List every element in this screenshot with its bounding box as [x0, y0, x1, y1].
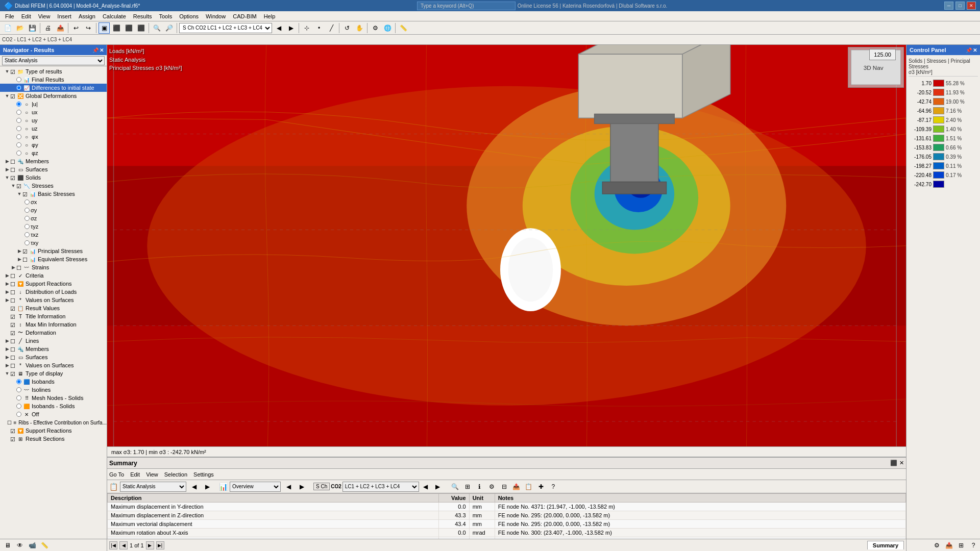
radio-sx[interactable]	[24, 199, 30, 205]
tree-sy[interactable]: σy	[0, 206, 107, 214]
menu-edit[interactable]: Edit	[18, 12, 34, 20]
tb-settings[interactable]: ⚙	[486, 481, 498, 492]
tb-export[interactable]: 📤	[511, 481, 522, 492]
tree-type-display[interactable]: ▼ ☑ 🖥 Type of display	[0, 369, 107, 378]
next-overview[interactable]: ▶	[296, 481, 307, 492]
summary-expand-btn[interactable]: ⬛	[890, 460, 897, 466]
minimize-button[interactable]: ─	[944, 2, 953, 10]
radio-txz[interactable]	[24, 232, 30, 237]
select-mode[interactable]: ⊹	[301, 22, 312, 34]
legend-layout-btn[interactable]: ⊞	[955, 540, 967, 551]
radio-isobands-solids[interactable]	[16, 404, 21, 409]
tree-u[interactable]: ○ |u|	[0, 100, 107, 108]
tb-group[interactable]: ⊞	[462, 481, 473, 492]
close-button[interactable]: ✕	[967, 2, 976, 10]
tree-global-def[interactable]: ▼ ☑ 🔀 Global Deformations	[0, 92, 107, 100]
tree-deformation[interactable]: ☑ 〜 Deformation	[0, 329, 107, 337]
tree-solids[interactable]: ▼ ☑ ⬛ Solids	[0, 173, 107, 182]
tree-isobands[interactable]: 🟦 Isobands	[0, 378, 107, 386]
prev-combo[interactable]: ◀	[273, 22, 284, 34]
menu-cad-bim[interactable]: CAD-BIM	[230, 12, 259, 20]
redo-button[interactable]: ↪	[83, 22, 94, 34]
menu-assign[interactable]: Assign	[76, 12, 99, 20]
tree-support-reactions2[interactable]: ☑ 🔽 Support Reactions	[0, 427, 107, 435]
menu-view[interactable]: View	[35, 12, 54, 20]
check-type-results[interactable]: ☑	[10, 69, 15, 74]
tb-help[interactable]: ?	[548, 481, 559, 492]
save-button[interactable]: 💾	[27, 22, 38, 34]
radio-diff-initial[interactable]	[16, 85, 21, 90]
tree-stresses[interactable]: ▼ ☑ 📉 Stresses	[0, 182, 107, 190]
radio-ux[interactable]	[16, 110, 21, 115]
radio-uz[interactable]	[16, 126, 21, 131]
menu-help[interactable]: Help	[261, 12, 279, 20]
tree-final-results[interactable]: 📊 Final Results	[0, 76, 107, 84]
radio-phix[interactable]	[16, 134, 21, 139]
tree-surfaces2[interactable]: ▶ ☐ ▭ Surfaces	[0, 353, 107, 361]
tree-title-info[interactable]: ☑ T Title Information	[0, 312, 107, 320]
rotate-tool[interactable]: ↺	[341, 22, 353, 34]
tree-phiy[interactable]: ○ φy	[0, 141, 107, 149]
tree-off[interactable]: ✕ Off	[0, 410, 107, 418]
display-settings[interactable]: ⚙	[370, 22, 381, 34]
toggle-global-def[interactable]: ▼	[4, 93, 10, 98]
node-tool[interactable]: •	[313, 22, 325, 34]
nav-ruler-btn[interactable]: 📏	[39, 540, 50, 551]
radio-mesh-nodes[interactable]	[16, 395, 21, 400]
print-button[interactable]: 🖨	[42, 22, 54, 34]
first-page-btn[interactable]: |◀	[109, 541, 117, 549]
menu-results[interactable]: Results	[130, 12, 155, 20]
next-analysis[interactable]: ▶	[202, 481, 213, 492]
zoom-all[interactable]: 🔍	[151, 22, 162, 34]
legend-settings-btn[interactable]: ⚙	[931, 540, 942, 551]
next-page-btn[interactable]: ▶	[146, 541, 154, 549]
tree-basic-stresses[interactable]: ▼ ☑ 📊 Basic Stresses	[0, 190, 107, 198]
radio-isolines[interactable]	[16, 387, 21, 392]
tree-dist-loads[interactable]: ▶ ☐ ↓ Distribution of Loads	[0, 288, 107, 296]
undo-button[interactable]: ↩	[70, 22, 82, 34]
tree-sx[interactable]: σx	[0, 198, 107, 206]
tree-sz[interactable]: σz	[0, 214, 107, 222]
tree-support-reactions[interactable]: ▶ ☐ 🔽 Support Reactions	[0, 280, 107, 288]
radio-tyz[interactable]	[24, 224, 30, 229]
menu-calculate[interactable]: Calculate	[100, 12, 129, 20]
tb-add[interactable]: ✚	[535, 481, 547, 492]
tree-values-surfaces2[interactable]: ▶ ☐ * Values on Surfaces	[0, 361, 107, 369]
menu-window[interactable]: Window	[203, 12, 229, 20]
table-row[interactable]: Maximum displacement in Y-direction 0.0 …	[108, 503, 906, 511]
prev-overview[interactable]: ◀	[283, 481, 294, 492]
maximize-button[interactable]: □	[955, 2, 965, 10]
view-top[interactable]: ⬛	[111, 22, 122, 34]
prev-analysis[interactable]: ◀	[188, 481, 200, 492]
legend-export-btn[interactable]: 📤	[943, 540, 954, 551]
radio-sy[interactable]	[24, 208, 30, 213]
render-btn[interactable]: 🌐	[382, 22, 393, 34]
load-case-combo[interactable]: S Ch CO2 LC1 + LC2 + LC3 + LC4	[179, 23, 272, 33]
view3d-button[interactable]: ▣	[99, 22, 110, 34]
tree-lines[interactable]: ▶ ☐ ╱ Lines	[0, 337, 107, 345]
radio-phiz[interactable]	[16, 151, 21, 156]
table-row[interactable]: Maximum displacement in Z-direction 43.3…	[108, 511, 906, 520]
menu-file[interactable]: File	[2, 12, 17, 20]
tree-isolines[interactable]: 〰 Isolines	[0, 386, 107, 394]
tree-uz[interactable]: ○ uz	[0, 124, 107, 133]
nav-close-button[interactable]: ✕	[100, 47, 104, 53]
pan-tool[interactable]: ✋	[354, 22, 365, 34]
tb-info[interactable]: ℹ	[474, 481, 485, 492]
tree-result-values[interactable]: ☑ 📋 Result Values	[0, 304, 107, 312]
cp-close-btn[interactable]: ✕	[973, 47, 977, 53]
radio-u[interactable]	[16, 102, 21, 107]
settings-menu[interactable]: Settings	[193, 471, 214, 478]
radio-txy[interactable]	[24, 240, 30, 245]
nav-view-btn[interactable]: 🖥	[2, 540, 13, 551]
toggle-type-results[interactable]: ▼	[4, 69, 10, 74]
menu-tools[interactable]: Tools	[156, 12, 175, 20]
tree-criteria[interactable]: ▶ ☐ ✓ Criteria	[0, 271, 107, 280]
nav-search-select[interactable]: Static Analysis	[2, 56, 105, 65]
check-global-def[interactable]: ☑	[10, 93, 15, 98]
menu-options[interactable]: Options	[176, 12, 202, 20]
tree-diff-initial[interactable]: 📈 Differences to initial state	[0, 84, 107, 92]
tree-phix[interactable]: ○ φx	[0, 133, 107, 141]
analysis-type-combo[interactable]: Static Analysis	[120, 482, 186, 492]
legend-help-btn[interactable]: ?	[968, 540, 979, 551]
